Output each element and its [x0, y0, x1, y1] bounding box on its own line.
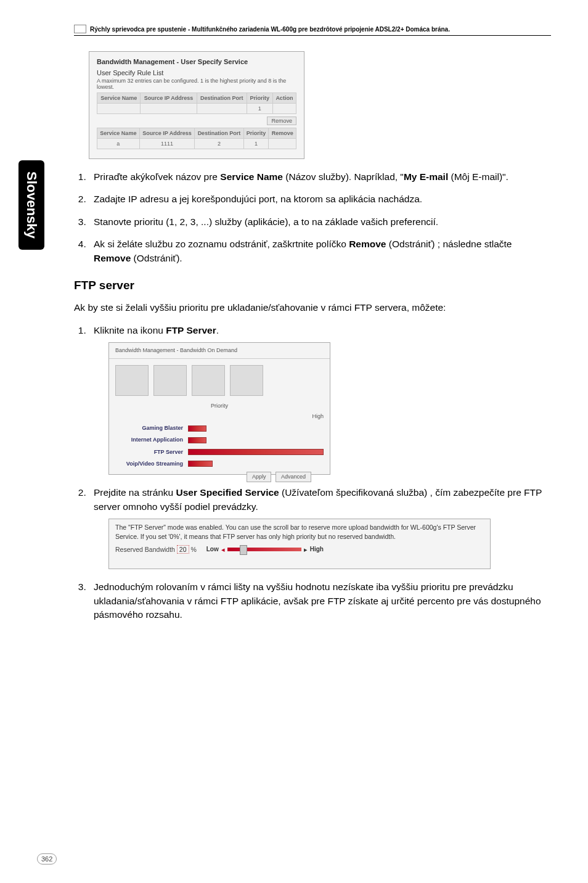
- screenshot-bandwidth-icons: Bandwidth Management - Bandwidth On Dema…: [108, 342, 330, 475]
- screenshot-user-specify-service: Bandwidth Management - User Specify Serv…: [89, 51, 304, 159]
- table1b-r1-c5[interactable]: [269, 139, 296, 149]
- table1-r1-c5[interactable]: [272, 104, 296, 114]
- steps-list-b: Kliknite na ikonu FTP Server. Bandwidth …: [89, 324, 551, 622]
- slider-left-arrow-icon[interactable]: ◂: [221, 545, 225, 554]
- step-b1-post: .: [216, 325, 219, 335]
- remove-button[interactable]: Remove: [267, 117, 296, 125]
- reserved-label-text: Reserved Bandwidth: [115, 546, 175, 553]
- table1-h-src: Source IP Address: [141, 93, 197, 104]
- step-a4-b1: Remove: [349, 239, 386, 249]
- step-a4-post: (Odstrániť).: [131, 253, 182, 263]
- step-b2-b: User Specified Service: [176, 487, 279, 498]
- bandwidth-slider[interactable]: [227, 548, 301, 551]
- step-a1-mid: (Názov služby). Napríklad, ": [283, 171, 404, 182]
- step-b2-pre: Prejdite na stránku: [94, 487, 176, 498]
- table1b-r1-c2: 1111: [139, 139, 194, 149]
- header-text: Rýchly sprievodca pre spustenie - Multif…: [90, 26, 450, 33]
- page-header: Rýchly sprievodca pre spustenie - Multif…: [74, 25, 551, 36]
- step-b1-b: FTP Server: [166, 325, 216, 335]
- table1-r1-c4[interactable]: 1: [247, 104, 272, 114]
- apply-button[interactable]: Apply: [247, 472, 272, 482]
- table1-r1-c2[interactable]: [141, 104, 197, 114]
- screenshot-reserved-bandwidth: The "FTP Server" mode was enabled. You c…: [108, 519, 491, 569]
- prio-bar-internet[interactable]: [188, 437, 206, 443]
- ftp-heading: FTP server: [74, 279, 551, 292]
- pct-sign: %: [190, 546, 196, 553]
- table1-desc: A maximum 32 entries can be configured. …: [97, 78, 296, 90]
- table1-caption: User Specify Rule List: [97, 69, 296, 76]
- table1b-h-src: Source IP Address: [139, 128, 194, 139]
- table1b-h-remove: Remove: [269, 128, 296, 139]
- table1-h-dest: Destination Port: [197, 93, 247, 104]
- voip-video-icon[interactable]: [230, 365, 263, 396]
- step-b1: Kliknite na ikonu FTP Server. Bandwidth …: [89, 324, 551, 475]
- prio-row-gaming: Gaming Blaster: [115, 424, 183, 432]
- step-a1-b1: Service Name: [220, 171, 283, 182]
- table1-r1-c3[interactable]: [197, 104, 247, 114]
- ftp-server-icon[interactable]: [192, 365, 225, 396]
- table1b-h-dest: Destination Port: [195, 128, 243, 139]
- icons-title: Bandwidth Management - Bandwidth On Dema…: [109, 343, 330, 359]
- step-a1-post: (Môj E-mail)".: [448, 171, 508, 182]
- prio-row-internet: Internet Application: [115, 436, 183, 444]
- prio-bar-gaming[interactable]: [188, 425, 206, 432]
- step-a1: Priraďte akýkoľvek názov pre Service Nam…: [89, 170, 551, 184]
- table1b-h-name: Service Name: [97, 128, 140, 139]
- step-a4-b2: Remove: [94, 253, 131, 263]
- table1-h-action: Action: [272, 93, 296, 104]
- table1b-r1-c4: 1: [243, 139, 269, 149]
- slider-right-arrow-icon[interactable]: ▸: [304, 545, 308, 554]
- gaming-blaster-icon[interactable]: [115, 365, 149, 396]
- step-b2: Prejdite na stránku User Specified Servi…: [89, 486, 551, 569]
- slider-high-label: High: [310, 545, 324, 554]
- step-a4: Ak si želáte službu zo zoznamu odstrániť…: [89, 237, 551, 265]
- table1-h-prio: Priority: [247, 93, 272, 104]
- internet-application-icon[interactable]: [153, 365, 187, 396]
- table1-h-name: Service Name: [97, 93, 141, 104]
- slider-desc: The "FTP Server" mode was enabled. You c…: [115, 523, 484, 541]
- step-b3: Jednoduchým rolovaním v rámci lišty na v…: [89, 580, 551, 622]
- slider-low-label: Low: [206, 545, 219, 554]
- step-a3: Stanovte prioritu (1, 2, 3, ...) služby …: [89, 215, 551, 229]
- ftp-intro: Ak by ste si želali vyššiu prioritu pre …: [74, 301, 551, 314]
- prio-bar-ftp[interactable]: [188, 449, 324, 455]
- table1b-h-prio: Priority: [243, 128, 269, 139]
- step-a2: Zadajte IP adresu a jej korešpondujúci p…: [89, 192, 551, 206]
- reserved-value[interactable]: 20: [177, 545, 189, 554]
- table1b-r1-c1: a: [97, 139, 140, 149]
- prio-row-ftp: FTP Server: [115, 448, 183, 456]
- advanced-button[interactable]: Advanced: [276, 472, 311, 482]
- page-number: 362: [37, 853, 57, 865]
- table1b-r1-c3: 2: [195, 139, 243, 149]
- step-b1-pre: Kliknite na ikonu: [94, 325, 166, 335]
- table1-grid-bottom: Service Name Source IP Address Destinati…: [97, 128, 296, 149]
- step-a4-mid: (Odstrániť) ; následne stlačte: [386, 239, 512, 249]
- table1-title: Bandwidth Management - User Specify Serv…: [97, 58, 296, 65]
- priority-high-label: High: [115, 413, 324, 421]
- step-a1-b2: My E-mail: [404, 171, 448, 182]
- prio-bar-voip[interactable]: [188, 461, 213, 467]
- steps-list-a: Priraďte akýkoľvek názov pre Service Nam…: [89, 170, 551, 265]
- priority-label: Priority: [115, 402, 324, 410]
- table1-r1-c1[interactable]: [97, 104, 141, 114]
- table1-grid-top: Service Name Source IP Address Destinati…: [97, 92, 296, 114]
- step-a1-pre: Priraďte akýkoľvek názov pre: [94, 171, 220, 182]
- reserved-bandwidth-label: Reserved Bandwidth 20 %: [115, 545, 197, 554]
- step-a4-pre: Ak si želáte službu zo zoznamu odstrániť…: [94, 239, 349, 249]
- prio-row-voip: Voip/Video Streaming: [115, 460, 183, 468]
